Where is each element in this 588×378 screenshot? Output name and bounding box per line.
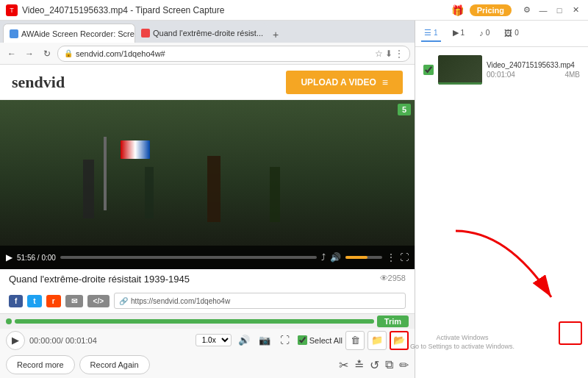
browser-tabs-bar: AWAide Screen Recorder: Scre... ✕ Quand … [0, 21, 415, 43]
title-bar: T Video_240715195633.mp4 - Tipard Screen… [0, 0, 588, 21]
trim-button[interactable]: Trim [377, 315, 409, 327]
link-icon: 🔗 [119, 297, 128, 305]
share-icon[interactable]: ⤴ [321, 252, 326, 263]
volume-bar[interactable] [345, 256, 382, 259]
bottom-toolbar: Trim ▶ 00:00:00/ 00:01:04 1.0x 0.5x 1.5x… [0, 313, 415, 378]
video-controls-right: ⤴ 🔊 ⋮ ⛶ [321, 252, 409, 263]
audio-tab-icon: ♪ [479, 29, 484, 38]
file-thumbnail [438, 55, 482, 85]
close-button[interactable]: ✕ [569, 4, 582, 17]
video-info: Quand l'extrême-droite résistait 1939-19… [0, 269, 415, 293]
video-title-text: Quand l'extrême-droite résistait 1939-19… [9, 274, 190, 285]
camera-button[interactable]: 📷 [257, 332, 273, 349]
main-container: AWAide Screen Recorder: Scre... ✕ Quand … [0, 21, 588, 378]
file-info: Video_240715195633.mp4 00:01:04 4MB [487, 61, 580, 79]
delete-button[interactable]: 🗑 [345, 331, 365, 350]
download-icon[interactable]: ⬇ [385, 49, 392, 59]
video-title-bar: Quand l'extrême-droite résistait 1939-19… [9, 274, 406, 285]
open-folder-button[interactable]: 📂 [390, 331, 409, 350]
refresh-button[interactable]: ↻ [40, 46, 54, 61]
media-tab-audio[interactable]: ♪ 0 [476, 26, 492, 42]
record-more-button[interactable]: Record more [6, 355, 75, 374]
browser-tab-1[interactable]: AWAide Screen Recorder: Scre... ✕ [3, 24, 135, 43]
file-name: Video_240715195633.mp4 [487, 61, 580, 69]
browser-panel: AWAide Screen Recorder: Scre... ✕ Quand … [0, 21, 415, 378]
file-duration: 00:01:04 [487, 71, 515, 79]
embed-share-button[interactable]: </> [87, 295, 110, 307]
media-tab-image[interactable]: 🖼 0 [501, 26, 522, 42]
video-play-bar: ▶ 51:56 / 0:00 ⤴ 🔊 ⋮ ⛶ [0, 246, 415, 269]
fullscreen-button[interactable]: ⛶ [277, 332, 293, 349]
reddit-share-button[interactable]: r [46, 295, 61, 307]
progress-track[interactable]: Trim [0, 314, 415, 329]
pricing-button[interactable]: Pricing [470, 4, 512, 16]
facebook-share-button[interactable]: f [9, 295, 23, 307]
volume-icon[interactable]: 🔊 [330, 252, 341, 263]
right-panel: ☰ 1 ▶ 1 ♪ 0 🖼 0 [415, 21, 588, 378]
volume-button[interactable]: 🔊 [236, 332, 252, 349]
folder-button[interactable]: 📁 [368, 331, 387, 350]
image-tab-icon: 🖼 [504, 29, 512, 38]
menu-lines-icon: ≡ [382, 76, 388, 88]
action-icons: ✂ ≛ ↺ ⧉ ✏ [339, 358, 409, 372]
file-checkbox[interactable] [423, 65, 434, 75]
url-text: sendvid.com/1dqeho4w# [76, 49, 372, 58]
split-icon[interactable]: ≛ [354, 358, 364, 372]
select-all-checkbox[interactable] [298, 335, 307, 345]
settings-icon[interactable]: ⚙ [520, 4, 534, 17]
media-tab-all[interactable]: ☰ 1 [421, 25, 441, 42]
tab-favicon-2 [141, 29, 150, 38]
fullscreen-icon[interactable]: ⛶ [400, 252, 409, 263]
more-options-icon[interactable]: ⋮ [387, 252, 395, 263]
social-sharing-bar: f t r ✉ </> 🔗 https://sendvid.com/1dqeho… [0, 293, 415, 313]
browser-tab-2[interactable]: Quand l'extrême-droite résist... ✕ [135, 24, 268, 43]
edit-icon[interactable]: ✏ [399, 358, 409, 372]
new-tab-button[interactable]: + [268, 26, 284, 43]
file-list: Video_240715195633.mp4 00:01:04 4MB [415, 47, 588, 378]
forward-button[interactable]: → [22, 46, 37, 61]
webpage-content: sendvid UPLOAD A VIDEO ≡ [0, 65, 415, 313]
title-bar-controls: 🎁 Pricing ⚙ — □ ✕ [451, 4, 582, 17]
file-size: 4MB [564, 71, 580, 79]
time-counter: 00:00:00/ 00:01:04 [29, 336, 97, 345]
upload-video-button[interactable]: UPLOAD A VIDEO ≡ [286, 71, 403, 94]
play-button[interactable]: ▶ [6, 331, 25, 350]
video-time: 51:56 / 0:00 [17, 254, 56, 262]
window-title: Video_240715195633.mp4 - Tipard Screen C… [22, 5, 224, 15]
star-icon[interactable]: ☆ [375, 49, 383, 59]
twitter-share-button[interactable]: t [27, 295, 41, 307]
action-row: Record more Record Again ✂ ≛ ↺ ⧉ ✏ [0, 352, 415, 378]
video-play-button[interactable]: ▶ [6, 252, 12, 263]
more-icon[interactable]: ⋮ [395, 49, 404, 59]
url-box[interactable]: 🔒 sendvid.com/1dqeho4w# ☆ ⬇ ⋮ [57, 46, 410, 62]
file-meta: 00:01:04 4MB [487, 71, 580, 79]
gift-icon: 🎁 [451, 4, 464, 16]
tab-favicon-1 [10, 29, 18, 38]
track-start-dot [6, 318, 12, 324]
video-progress-bar[interactable] [60, 256, 317, 259]
back-button[interactable]: ← [4, 46, 19, 61]
file-item[interactable]: Video_240715195633.mp4 00:01:04 4MB [420, 51, 584, 88]
video-tab-icon: ▶ [453, 28, 459, 38]
share-link-box[interactable]: 🔗 https://sendvid.com/1dqeho4w [114, 293, 406, 309]
app-icon: T [6, 4, 18, 16]
all-icon: ☰ [424, 28, 431, 38]
track-bar[interactable] [15, 319, 374, 324]
cut-icon[interactable]: ✂ [339, 358, 348, 372]
video-view-count: 👁2958 [380, 274, 406, 285]
video-player[interactable]: 5 ▶ 51:56 / 0:00 ⤴ 🔊 [0, 100, 415, 269]
speed-select[interactable]: 1.0x 0.5x 1.5x 2.0x [196, 334, 232, 346]
tab-label-1: AWAide Screen Recorder: Scre... [21, 29, 135, 38]
maximize-button[interactable]: □ [553, 4, 566, 17]
select-all-label: Select All [309, 336, 343, 345]
minimize-button[interactable]: — [537, 4, 550, 17]
media-tabs: ☰ 1 ▶ 1 ♪ 0 🖼 0 [415, 21, 588, 47]
copy-icon[interactable]: ⧉ [385, 358, 393, 371]
record-again-button[interactable]: Record Again [79, 355, 150, 374]
media-tab-video[interactable]: ▶ 1 [450, 25, 468, 42]
email-share-button[interactable]: ✉ [65, 295, 83, 307]
rotate-icon[interactable]: ↺ [370, 358, 379, 372]
right-controls: Select All 🗑 📁 📂 [298, 331, 409, 350]
tab-label-2: Quand l'extrême-droite résist... [153, 29, 263, 38]
sendvid-logo: sendvid [12, 73, 65, 92]
